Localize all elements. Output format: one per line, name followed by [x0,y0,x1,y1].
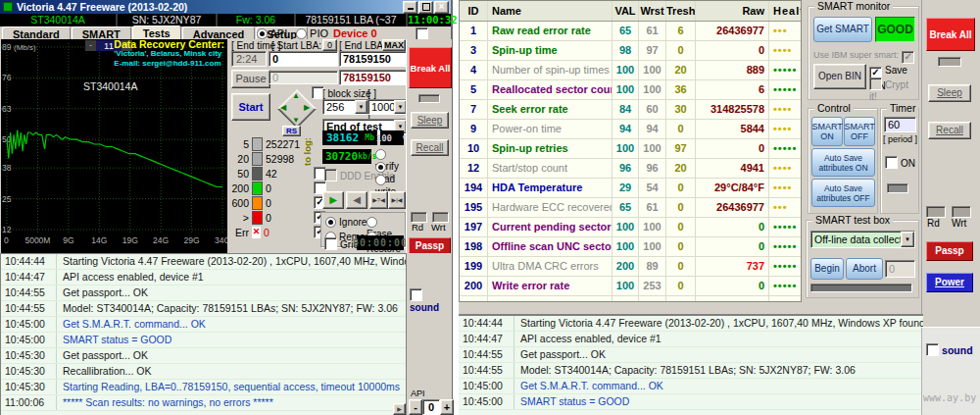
counter-color-block [252,137,263,151]
smart-attribute-row[interactable]: 199Ultra DMA CRC errors200890737••••• [460,257,801,277]
smart-attribute-row[interactable]: 194HDA Temperature2954029°C/84°F•••• [460,179,801,198]
api-number-value[interactable]: 0 [422,399,440,415]
recall-button[interactable]: Recall [928,122,971,139]
attr-value: 96 [612,159,639,178]
counter-row-200: 2000 [229,181,319,195]
attr-value: 29 [612,179,639,197]
counter-threshold-label: 200 [229,182,249,194]
begin-button[interactable]: Begin [810,258,844,280]
get-smart-button[interactable]: Get SMART [813,17,872,42]
attr-raw: 29°C/84°F [696,179,769,197]
smart-attribute-row[interactable]: 195Hardware ECC recovered6561026436977••… [460,198,801,218]
tab-bar: StandardSMARTTestsAdvancedSetup API PIO … [0,26,451,39]
column-header-wrst[interactable]: Wrst [639,1,666,21]
smart-attribute-row[interactable]: 10Spin-up retries100100970••••• [460,139,801,159]
break-all-button[interactable]: Break All [926,18,975,51]
log-line: 10:44:55Get passport... OK [459,347,923,363]
wrt-label: Wrt [952,218,966,229]
ignore-radio[interactable]: Ignore [325,216,367,228]
scale-minus-icon[interactable]: - [85,40,96,51]
play-button[interactable]: ▶ [322,191,344,209]
end-lba-input[interactable]: 78159150 [339,51,407,67]
log-line: 10:45:00Get S.M.A.R.T. command... OK [459,379,923,394]
attr-threshold: 20 [666,159,696,178]
maximize-icon[interactable] [418,1,433,14]
scan-direction-pad[interactable]: ▲ ▼ ◀ ▶ [278,90,316,128]
attr-value: 94 [612,120,639,138]
minimize-icon[interactable] [403,1,417,14]
scan-left-icon[interactable]: ◀ [280,103,286,112]
smart-attribute-row[interactable]: 198Offline scan UNC sectors10010000••••• [460,237,801,257]
sleep-button[interactable]: Sleep [928,84,971,102]
attr-raw: 6 [696,80,769,99]
timeout-combo[interactable]: 10000▼ [368,99,408,115]
app-icon [3,2,13,12]
timer-on-checkbox[interactable]: ON [885,156,915,169]
block-size-combo[interactable]: 256▼ [322,99,368,115]
chevron-down-icon[interactable]: ▼ [355,100,368,114]
column-header-val[interactable]: VAL [612,1,639,21]
column-header-raw[interactable]: Raw [696,1,769,21]
mode-api-radio[interactable]: API [257,27,287,39]
sound-checkbox[interactable]: sound [410,288,452,313]
start-lba-zero-button[interactable]: 0 [322,39,337,51]
smart-attribute-row[interactable]: 9Power-on time949405844•••• [460,120,801,139]
log-message: Model: ST340014A; Capacity: 78159151 LBA… [514,363,856,378]
rs-button[interactable]: RS [282,126,301,136]
smart-attribute-row[interactable]: 200Write error rate10025300••••• [460,277,801,296]
smart-attribute-row[interactable]: 7Seek error rate846030314825578•••• [460,100,801,120]
smart-on-button[interactable]: SMART ON [811,117,843,146]
smart-attribute-row[interactable]: 12Start/stop count9696204941•••• [460,159,801,179]
power-button[interactable]: Power [926,273,973,292]
log-scroll-right-icon[interactable]: ▶ [393,403,406,415]
start-button[interactable]: Start [231,93,270,121]
column-header-tresh[interactable]: Tresh [666,1,696,21]
smart-attribute-row[interactable]: 3Spin-up time989700•••• [460,41,801,61]
pause-button[interactable]: Pause [231,70,270,88]
seek-test-button[interactable]: ▶?◀ [369,191,388,209]
start-lba-input[interactable]: 0 [269,51,338,67]
counter-color-block [252,152,263,166]
sleep-button[interactable]: Sleep [411,112,449,129]
step-back-button[interactable]: ◀ [346,191,368,209]
scan-up-icon[interactable]: ▲ [292,91,300,100]
log-time: 11:00:06 [1,395,57,410]
smart-attribute-row[interactable]: 5Reallocated sector count100100366••••• [460,80,801,100]
smart-test-combo[interactable]: Off-line data collect▼ [810,231,915,248]
open-bin-button[interactable]: Open BIN [813,64,866,89]
smart-control-group: Control SMART ON SMART OFF Auto Save att… [808,108,878,214]
end-lba-max-button[interactable]: MAX [382,39,406,51]
break-all-button[interactable]: Break All [409,47,452,88]
smart-off-button[interactable]: SMART OFF [844,117,875,146]
column-header-id[interactable]: ID [460,1,488,21]
autosave-off-button[interactable]: Auto Save attributes OFF [811,179,875,207]
seek-end-button[interactable]: ▶|◀ [388,191,406,209]
smart-attribute-row[interactable]: 4Number of spin-up times10010020889••••• [460,61,801,80]
smart-attribute-row[interactable]: 1Raw read error rate6561626436977••• [460,22,801,41]
scan-down-icon[interactable]: ▼ [292,116,300,125]
abort-button[interactable]: Abort [846,258,883,280]
log-time: 10:44:55 [1,301,57,316]
autosave-on-button[interactable]: Auto Save attributes ON [811,148,875,177]
recall-button[interactable]: Recall [411,139,449,156]
timer-period-input[interactable]: 60 [884,117,916,132]
sound-checkbox[interactable]: sound [926,343,973,356]
passp-button[interactable]: Passp [926,241,973,261]
mode-pio-radio[interactable]: PIO [296,27,328,39]
scan-right-icon[interactable]: ▶ [304,103,310,112]
victoria-smart-window: IDNameVALWrstTreshRawHealth 1Raw read er… [459,0,980,415]
end-time-spinner[interactable]: 2:24 [231,51,267,67]
chevron-down-icon[interactable]: ▼ [901,232,914,247]
attr-worst: 61 [639,198,666,217]
start-lba-ghost: 0 [269,71,338,84]
close-icon[interactable]: × [434,1,449,14]
side-column-left: sound API number - 0 + [406,253,452,415]
column-header-name[interactable]: Name [488,1,612,21]
counter-value: 42 [266,168,277,180]
api-plus-icon[interactable]: + [440,399,454,415]
status-clock: 11:00:32 [408,14,451,26]
smart-attribute-row[interactable]: 197Current pending sectors10010000••••• [460,218,801,237]
column-header-health[interactable]: Health [769,1,802,21]
api-minus-icon[interactable]: - [409,399,422,415]
counter-value: 0 [266,182,271,194]
